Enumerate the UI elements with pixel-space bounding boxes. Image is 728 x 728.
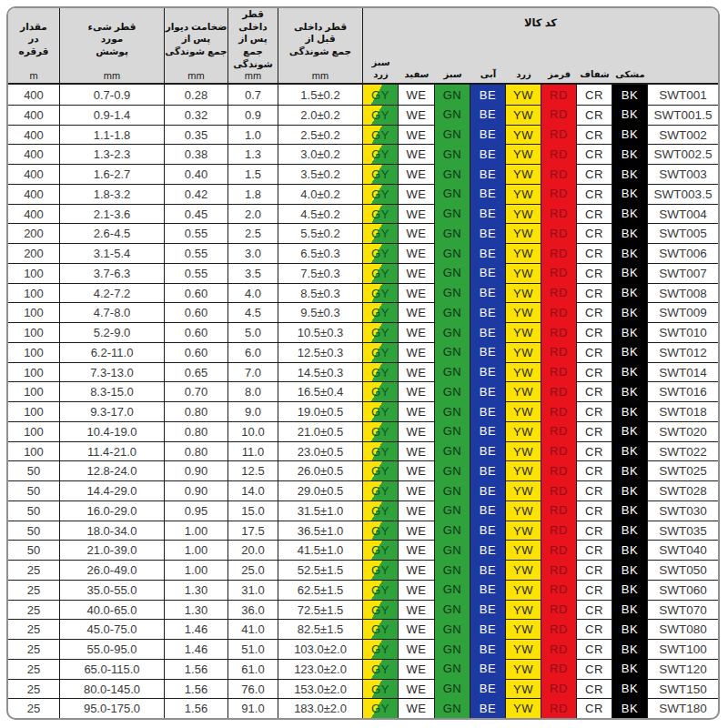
color-label-gn: سبز [435,69,470,81]
color-label-yw: زرد [506,69,541,81]
id-after-cell: 3.0 [228,243,278,263]
color-cell-bk: BK [612,619,648,639]
header-unit: mm [104,70,120,83]
color-cell-rd: RD [541,480,577,500]
wall-thickness-cell: 0.80 [165,441,228,461]
color-cell-we: WE [399,85,435,105]
product-code-cell: SWT001.5 [648,105,718,125]
id-after-cell: 6.0 [228,342,278,362]
wall-thickness-cell: 1.30 [165,580,228,600]
amount-cell: 400 [8,204,60,224]
amount-cell: 400 [8,125,60,145]
amount-cell: 25 [8,698,60,718]
color-cell-be: BE [470,639,506,659]
id-before-cell: 7.5±0.3 [278,263,363,283]
table-header: مقداردرقرقرهmقطر شیءموردپوششmmضخامت دیوا… [8,8,718,85]
wall-thickness-cell: 0.40 [165,164,228,184]
color-cell-bk: BK [612,302,648,322]
color-cell-bk: BK [612,460,648,480]
amount-cell: 100 [8,421,60,441]
table-row: 1004.7-8.00.604.59.5±0.3GYWEGNBEYWRDCRBK… [8,302,718,322]
header-unit: mm [245,70,261,83]
product-code-cell: SWT080 [648,619,718,639]
color-cell-rd: RD [541,381,577,401]
color-cell-yw: YW [506,263,541,283]
color-cell-gn: GN [435,322,470,342]
color-cell-yw: YW [506,381,541,401]
object-diameter-cell: 0.9-1.4 [60,105,165,125]
product-code-cell: SWT008 [648,283,718,303]
object-diameter-cell: 80.0-145.0 [60,679,165,699]
wall-thickness-cell: 0.55 [165,243,228,263]
color-cell-we: WE [399,283,435,303]
header-unit: mm [187,70,204,83]
table-row: 2555.0-95.01.4651.0103.0±2.0GYWEGNBEYWRD… [8,639,718,659]
color-cell-rd: RD [541,184,577,204]
id-before-cell: 19.0±0.5 [278,401,363,421]
object-diameter-cell: 18.0-34.0 [60,521,165,541]
color-cell-rd: RD [541,560,577,580]
color-cell-we: WE [399,223,435,243]
id-before-cell: 9.5±0.3 [278,302,363,322]
color-cell-cr: CR [577,105,612,125]
color-cell-gy: GY [363,85,399,105]
color-cell-we: WE [399,679,435,699]
color-cell-bk: BK [612,362,648,382]
color-cell-we: WE [399,480,435,500]
color-cell-gy: GY [363,460,399,480]
color-cell-be: BE [470,460,506,480]
color-cell-cr: CR [577,85,612,105]
table-row: 1009.3-17.00.809.019.0±0.5GYWEGNBEYWRDCR… [8,401,718,421]
product-code-cell: SWT040 [648,540,718,560]
color-cell-gy: GY [363,480,399,500]
object-diameter-cell: 40.0-65.0 [60,600,165,620]
color-cell-be: BE [470,322,506,342]
color-cell-be: BE [470,580,506,600]
color-cell-gn: GN [435,144,470,164]
color-cell-cr: CR [577,421,612,441]
color-cell-we: WE [399,659,435,679]
object-diameter-cell: 12.8-24.0 [60,460,165,480]
color-cell-rd: RD [541,500,577,521]
color-cell-gy: GY [363,243,399,263]
id-before-cell: 12.5±0.3 [278,342,363,362]
color-cell-rd: RD [541,580,577,600]
color-cell-gy: GY [363,521,399,541]
color-cell-rd: RD [541,144,577,164]
color-cell-cr: CR [577,362,612,382]
color-cell-we: WE [399,580,435,600]
color-cell-rd: RD [541,441,577,461]
color-cell-yw: YW [506,204,541,224]
color-cell-bk: BK [612,639,648,659]
color-cell-gn: GN [435,204,470,224]
color-cell-bk: BK [612,164,648,184]
color-cell-yw: YW [506,105,541,125]
table-row: 4001.8-3.20.421.84.0±0.2GYWEGNBEYWRDCRBK… [8,184,718,204]
color-cell-bk: BK [612,401,648,421]
color-cell-be: BE [470,619,506,639]
amount-cell: 25 [8,639,60,659]
table-row: 10011.4-21.00.8011.023.0±0.5GYWEGNBEYWRD… [8,441,718,461]
product-code-cell: SWT005 [648,223,718,243]
color-cell-yw: YW [506,85,541,105]
color-cell-be: BE [470,600,506,620]
amount-cell: 400 [8,164,60,184]
wall-thickness-cell: 0.45 [165,204,228,224]
wall-thickness-cell: 0.32 [165,105,228,125]
color-cell-be: BE [470,560,506,580]
color-cell-rd: RD [541,521,577,541]
color-cell-cr: CR [577,342,612,362]
wall-thickness-cell: 1.30 [165,600,228,620]
product-code-cell: SWT002.5 [648,144,718,164]
color-cell-yw: YW [506,480,541,500]
color-cell-rd: RD [541,639,577,659]
color-cell-gy: GY [363,283,399,303]
color-cell-yw: YW [506,243,541,263]
table-row: 2580.0-145.01.5676.0153.0±2.0GYWEGNBEYWR… [8,679,718,699]
color-cell-bk: BK [612,204,648,224]
color-cell-rd: RD [541,125,577,145]
color-cell-rd: RD [541,421,577,441]
header-wall-thickness-cell: ضخامت دیوارپس ازجمع شوندگیmm [165,8,228,83]
table-body: 4000.7-0.90.280.71.5±0.2GYWEGNBEYWRDCRBK… [8,85,718,718]
code-group-header: کد کالا سبززردسفیدسبزآبیزردقرمزشفافمشکی [363,8,718,83]
